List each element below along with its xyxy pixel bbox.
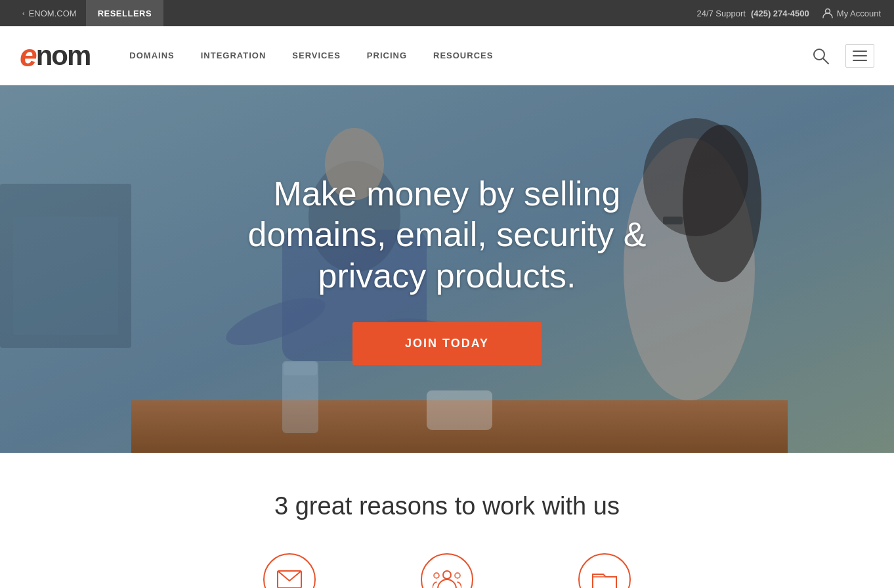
lower-section: 3 great reasons to work with us — [0, 453, 894, 588]
svg-point-22 — [434, 573, 439, 578]
group-icon — [433, 570, 461, 588]
reason-3 — [578, 553, 631, 588]
logo-e: e — [20, 40, 36, 72]
svg-line-2 — [824, 58, 829, 64]
nav-actions — [809, 44, 874, 68]
reason-2 — [421, 553, 473, 588]
hero-section: Make money by selling domains, email, se… — [0, 85, 894, 453]
hamburger-icon — [853, 51, 867, 61]
envelope-circle-icon — [263, 553, 316, 588]
icons-row — [20, 553, 874, 588]
resellers-tab[interactable]: RESELLERS — [86, 0, 164, 26]
group-circle-icon — [421, 553, 473, 588]
svg-point-1 — [814, 49, 824, 60]
main-nav: enom DOMAINS INTEGRATION SERVICES PRICIN… — [0, 26, 894, 85]
nav-integration[interactable]: INTEGRATION — [201, 51, 266, 60]
site-logo[interactable]: enom — [20, 40, 90, 72]
reason-1 — [263, 553, 316, 588]
nav-services[interactable]: SERVICES — [292, 51, 341, 60]
nav-pricing[interactable]: PRICING — [367, 51, 407, 60]
nav-resources[interactable]: RESOURCES — [433, 51, 493, 60]
top-bar-left: ‹ ENOM.COM RESELLERS — [13, 0, 163, 26]
user-icon — [822, 8, 833, 18]
search-button[interactable] — [809, 44, 832, 68]
support-label: 24/7 Support — [696, 9, 745, 18]
support-info: 24/7 Support (425) 274-4500 — [696, 9, 809, 18]
hero-headline: Make money by selling domains, email, se… — [230, 173, 664, 296]
logo-rest: nom — [36, 42, 91, 70]
reasons-title: 3 great reasons to work with us — [20, 492, 874, 520]
support-phone[interactable]: (425) 274-4500 — [751, 9, 809, 18]
my-account-label: My Account — [837, 9, 881, 18]
my-account-button[interactable]: My Account — [822, 8, 881, 18]
search-icon — [811, 47, 830, 65]
hero-content: Make money by selling domains, email, se… — [217, 173, 677, 365]
top-bar: ‹ ENOM.COM RESELLERS 24/7 Support (425) … — [0, 0, 894, 26]
back-arrow-icon: ‹ — [22, 9, 25, 17]
nav-links: DOMAINS INTEGRATION SERVICES PRICING RES… — [129, 51, 809, 60]
folder-circle-icon — [578, 553, 631, 588]
resellers-label: RESELLERS — [98, 9, 152, 18]
enom-link-label: ENOM.COM — [29, 9, 77, 18]
back-to-enom[interactable]: ‹ ENOM.COM — [13, 0, 86, 26]
menu-button[interactable] — [845, 44, 874, 68]
svg-point-21 — [443, 571, 451, 579]
join-today-button[interactable]: JOIN TODAY — [352, 322, 542, 365]
svg-point-23 — [455, 573, 460, 578]
envelope-icon — [277, 570, 302, 588]
nav-domains[interactable]: DOMAINS — [129, 51, 174, 60]
top-bar-right: 24/7 Support (425) 274-4500 My Account — [696, 8, 881, 18]
folder-icon — [591, 569, 618, 588]
